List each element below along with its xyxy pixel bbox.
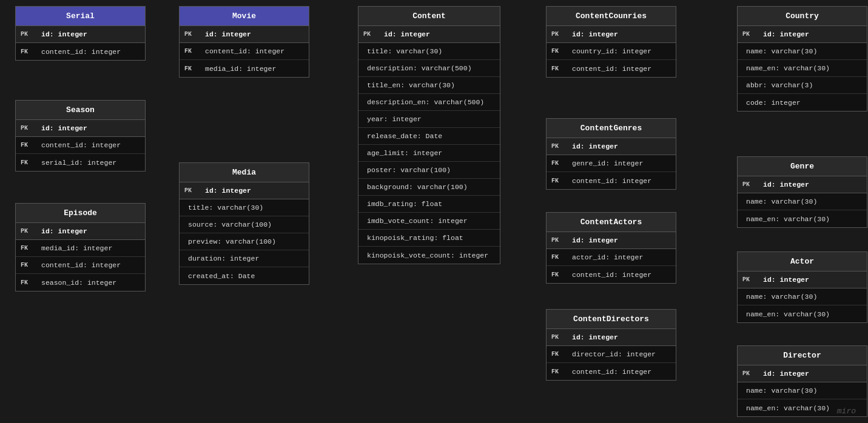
field-text: actor_id: integer <box>572 253 643 261</box>
table-episode-row-3: FKseason_id: integer <box>16 274 145 291</box>
field-text: imdb_rating: float <box>367 200 442 208</box>
table-content-row-10: imdb_rating: float <box>358 196 500 213</box>
table-content-row-7: age_limit: integer <box>358 145 500 162</box>
field-text: name: varchar(30) <box>746 47 817 55</box>
fk-badge: FK <box>551 351 568 358</box>
field-text: content_id: integer <box>572 271 651 279</box>
pk-badge: PK <box>363 31 380 38</box>
fk-badge: FK <box>551 65 568 72</box>
field-text: content_id: integer <box>572 368 651 376</box>
table-country-row-0: PKid: integer <box>738 26 867 43</box>
table-season-row-0: PKid: integer <box>16 120 145 137</box>
pk-badge: PK <box>551 143 568 150</box>
table-content_actors: ContentActorsPKid: integerFKactor_id: in… <box>546 212 676 284</box>
fk-badge: FK <box>551 368 568 375</box>
table-episode-row-0: PKid: integer <box>16 223 145 240</box>
table-episode-header: Episode <box>16 204 145 223</box>
table-country-row-4: code: integer <box>738 94 867 111</box>
table-content-row-1: title: varchar(30) <box>358 43 500 60</box>
field-text: media_id: integer <box>41 244 112 252</box>
field-text: year: integer <box>367 115 422 123</box>
table-episode: EpisodePKid: integerFKmedia_id: integerF… <box>15 203 146 291</box>
table-content_countries-header: ContentCounries <box>547 7 676 26</box>
table-media-row-3: preview: varchar(100) <box>180 233 309 250</box>
pk-badge: PK <box>742 370 759 377</box>
field-text: kinopoisk_vote_count: integer <box>367 251 488 259</box>
field-text: kinopoisk_rating: float <box>367 234 463 242</box>
table-season-header: Season <box>16 101 145 120</box>
table-media: MediaPKid: integertitle: varchar(30)sour… <box>179 162 309 285</box>
field-text: content_id: integer <box>41 141 121 149</box>
table-country-row-3: abbr: varchar(3) <box>738 77 867 94</box>
table-genre: GenrePKid: integername: varchar(30)name_… <box>737 156 867 228</box>
table-season-row-1: FKcontent_id: integer <box>16 137 145 154</box>
table-content_directors-header: ContentDirectors <box>547 310 676 329</box>
table-country: CountryPKid: integername: varchar(30)nam… <box>737 6 867 112</box>
table-country-row-2: name_en: varchar(30) <box>738 60 867 77</box>
field-text: name_en: varchar(30) <box>746 310 830 318</box>
table-content_countries-row-0: PKid: integer <box>547 26 676 43</box>
field-text: imdb_vote_count: integer <box>367 217 468 225</box>
miro-watermark: miro <box>837 407 856 416</box>
field-text: content_id: integer <box>572 65 651 73</box>
table-actor-row-0: PKid: integer <box>738 271 867 288</box>
pk-badge: PK <box>184 187 201 194</box>
table-content_genres-row-1: FKgenre_id: integer <box>547 155 676 172</box>
field-text: code: integer <box>746 99 801 107</box>
table-content_genres-header: ContentGenres <box>547 119 676 138</box>
table-content_countries-row-2: FKcontent_id: integer <box>547 60 676 77</box>
pk-badge: PK <box>21 125 38 132</box>
table-content_actors-row-0: PKid: integer <box>547 232 676 249</box>
field-text: name: varchar(30) <box>746 293 817 301</box>
table-season: SeasonPKid: integerFKcontent_id: integer… <box>15 100 146 172</box>
table-serial-row-1: FKcontent_id: integer <box>16 43 145 60</box>
field-text: id: integer <box>41 124 87 132</box>
field-text: id: integer <box>41 227 87 235</box>
table-content_directors: ContentDirectorsPKid: integerFKdirector_… <box>546 309 676 381</box>
table-genre-header: Genre <box>738 157 867 176</box>
field-text: background: varchar(100) <box>367 183 468 191</box>
field-text: id: integer <box>763 30 809 38</box>
table-content-row-6: release_date: Date <box>358 128 500 145</box>
field-text: created_at: Date <box>188 272 255 280</box>
table-content-row-5: year: integer <box>358 111 500 128</box>
table-serial-row-0: PKid: integer <box>16 26 145 43</box>
field-text: serial_id: integer <box>41 159 116 167</box>
table-movie: MoviePKid: integerFKcontent_id: integerF… <box>179 6 309 78</box>
fk-badge: FK <box>551 178 568 184</box>
field-text: id: integer <box>572 333 618 341</box>
table-actor-row-1: name: varchar(30) <box>738 288 867 305</box>
field-text: id: integer <box>572 236 618 244</box>
field-text: release_date: Date <box>367 132 442 140</box>
pk-badge: PK <box>742 181 759 188</box>
field-text: description: varchar(500) <box>367 64 472 72</box>
field-text: abbr: varchar(3) <box>746 81 813 89</box>
table-content_actors-row-1: FKactor_id: integer <box>547 249 676 266</box>
field-text: preview: varchar(100) <box>188 238 276 245</box>
field-text: id: integer <box>384 30 430 38</box>
field-text: genre_id: integer <box>572 159 643 167</box>
fk-badge: FK <box>21 48 38 55</box>
field-text: id: integer <box>41 30 87 38</box>
field-text: country_id: integer <box>572 47 651 55</box>
fk-badge: FK <box>551 271 568 278</box>
field-text: id: integer <box>763 181 809 188</box>
fk-badge: FK <box>21 245 38 251</box>
field-text: director_id: integer <box>572 350 656 358</box>
field-text: name: varchar(30) <box>746 198 817 205</box>
table-movie-row-2: FKmedia_id: integer <box>180 60 309 77</box>
fk-badge: FK <box>184 48 201 55</box>
pk-badge: PK <box>184 31 201 38</box>
table-content_actors-row-2: FKcontent_id: integer <box>547 266 676 283</box>
field-text: name: varchar(30) <box>746 387 817 395</box>
table-country-row-1: name: varchar(30) <box>738 43 867 60</box>
table-country-header: Country <box>738 7 867 26</box>
table-actor-row-2: name_en: varchar(30) <box>738 305 867 322</box>
table-media-row-5: created_at: Date <box>180 267 309 284</box>
field-text: content_id: integer <box>41 48 121 56</box>
table-content_directors-row-1: FKdirector_id: integer <box>547 346 676 363</box>
field-text: source: varchar(100) <box>188 221 272 228</box>
field-text: title: varchar(30) <box>367 47 442 55</box>
table-director-row-1: name: varchar(30) <box>738 382 867 399</box>
table-media-header: Media <box>180 163 309 182</box>
